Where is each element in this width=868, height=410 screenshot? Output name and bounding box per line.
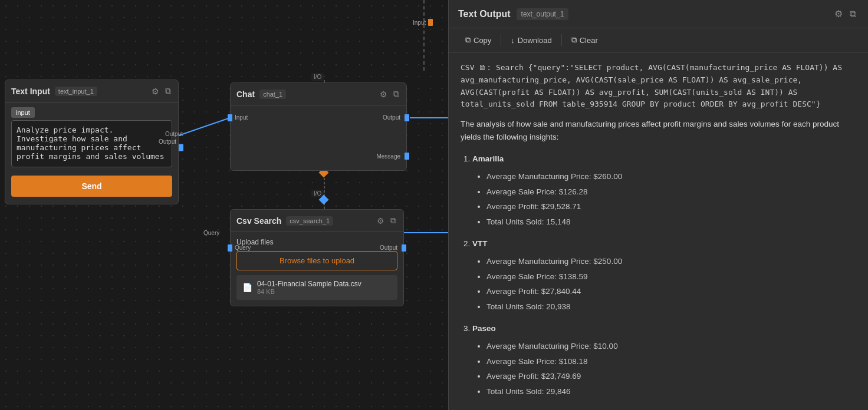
product-item-1: VTTAverage Manufacturing Price: $250.00A… <box>472 237 856 313</box>
text-input-output-port <box>179 144 183 151</box>
product-stat-2-2: Average Profit: $23,749.69 <box>486 370 856 383</box>
text-input-header: Text Input text_input_1 ⚙ ⧉ <box>5 80 178 102</box>
csv-title: Csv Search <box>236 216 281 226</box>
toolbar-sep-1 <box>501 34 501 46</box>
clear-button[interactable]: ⧉ Clear <box>564 33 605 47</box>
product-stat-1-3: Total Units Sold: 20,938 <box>486 300 856 313</box>
svg-line-0 <box>179 118 230 135</box>
dashed-line-top <box>423 0 425 71</box>
text-input-copy-btn[interactable]: ⧉ <box>164 85 172 97</box>
text-input-gear-btn[interactable]: ⚙ <box>150 85 160 97</box>
chat-input-port-rect <box>228 114 232 121</box>
csv-search-line: CSV 🗎: Search {"query":"SELECT product, … <box>461 62 856 111</box>
output-panel: Text Output text_output_1 ⚙ ⧉ ⧉ Copy ↓ D… <box>448 0 868 410</box>
csv-gear-btn[interactable]: ⚙ <box>376 214 386 227</box>
csv-output-port <box>402 244 406 252</box>
copy-button[interactable]: ⧉ Copy <box>458 33 498 47</box>
product-name-0: Amarilla <box>472 153 856 166</box>
csv-upload-title: Upload files <box>236 238 397 246</box>
chat-gear-btn[interactable]: ⚙ <box>379 88 389 100</box>
product-name-2: Paseo <box>472 322 856 335</box>
io-label-chat-top: I/O <box>311 73 324 81</box>
product-stats-0: Average Manufacturing Price: $260.00Aver… <box>472 170 856 228</box>
text-input-node: Text Input text_input_1 ⚙ ⧉ input Analyz… <box>5 80 179 204</box>
chat-id-badge: chat_1 <box>259 90 286 99</box>
chat-input-label: Input <box>235 114 248 121</box>
analysis-intro: The analysis of how sale and manufacturi… <box>461 118 856 143</box>
csv-output-port-rect <box>402 244 406 252</box>
product-item-2: PaseoAverage Manufacturing Price: $10.00… <box>472 322 856 398</box>
csv-query-port <box>228 244 232 252</box>
product-stat-2-0: Average Manufacturing Price: $10.00 <box>486 340 856 353</box>
product-stat-0-1: Average Sale Price: $126.28 <box>486 186 856 199</box>
browse-files-button[interactable]: Browse files to upload <box>236 251 397 270</box>
chat-output-port <box>405 114 409 121</box>
product-stat-1-1: Average Sale Price: $138.59 <box>486 270 856 283</box>
text-input-id-badge: text_input_1 <box>55 87 97 96</box>
product-stat-2-3: Total Units Sold: 29,846 <box>486 385 856 398</box>
text-input-port-output-label: Output <box>165 131 183 137</box>
chat-node: Chat chat_1 ⚙ ⧉ Input Output Message <box>230 82 407 171</box>
clear-label: Clear <box>580 36 598 45</box>
chat-message-label: Message <box>376 153 400 160</box>
file-name: 04-01-Financial Sample Data.csv <box>257 280 392 288</box>
product-stat-1-0: Average Manufacturing Price: $250.00 <box>486 255 856 268</box>
text-input-label: input <box>11 107 35 118</box>
wire-layer <box>0 0 448 410</box>
product-stat-1-2: Average Profit: $27,840.44 <box>486 285 856 298</box>
csv-copy-btn[interactable]: ⧉ <box>389 214 397 227</box>
output-gear-btn[interactable]: ⚙ <box>832 6 845 22</box>
output-input-port <box>428 19 433 26</box>
product-stat-0-3: Total Units Sold: 15,148 <box>486 216 856 229</box>
output-panel-id-badge: text_output_1 <box>517 8 569 20</box>
chat-message-port <box>405 153 409 160</box>
chat-output-label: Output <box>383 114 400 121</box>
product-name-1: VTT <box>472 237 856 250</box>
csv-id-badge: csv_search_1 <box>286 216 333 226</box>
text-input-textarea[interactable]: Analyze price impact. Investigate how sa… <box>11 120 172 167</box>
clear-icon: ⧉ <box>571 35 577 45</box>
product-item-0: AmarillaAverage Manufacturing Price: $26… <box>472 153 856 228</box>
csv-header: Csv Search csv_search_1 ⚙ ⧉ <box>231 210 403 232</box>
chat-output-port-rect <box>405 114 409 121</box>
csv-search-node: Csv Search csv_search_1 ⚙ ⧉ Query Output… <box>230 209 404 306</box>
output-panel-header: Text Output text_output_1 ⚙ ⧉ <box>449 0 868 28</box>
chat-input-port <box>228 114 232 121</box>
output-toolbar: ⧉ Copy ↓ Download ⧉ Clear <box>449 28 868 52</box>
output-panel-title: Text Output <box>458 9 511 19</box>
products-list: AmarillaAverage Manufacturing Price: $26… <box>461 153 856 398</box>
chat-message-port-rect <box>405 153 409 160</box>
download-button[interactable]: ↓ Download <box>504 33 558 47</box>
product-stats-2: Average Manufacturing Price: $10.00Avera… <box>472 340 856 398</box>
chat-title: Chat <box>236 90 255 99</box>
text-input-output-label: Output <box>159 138 176 145</box>
csv-upload-section: Upload files Browse files to upload 📄 04… <box>231 232 403 306</box>
csv-file-item: 📄 04-01-Financial Sample Data.csv 84 KB <box>236 275 397 300</box>
product-stat-0-2: Average Profit: $29,528.71 <box>486 200 856 213</box>
copy-label: Copy <box>474 36 491 45</box>
chat-header: Chat chat_1 ⚙ ⧉ <box>231 83 406 105</box>
output-header-copy-btn[interactable]: ⧉ <box>847 6 859 22</box>
download-icon: ↓ <box>511 36 515 45</box>
file-info: 04-01-Financial Sample Data.csv 84 KB <box>257 280 392 295</box>
file-icon: 📄 <box>242 283 252 292</box>
product-stat-0-0: Average Manufacturing Price: $260.00 <box>486 170 856 183</box>
csv-output-label: Output <box>380 244 397 251</box>
csv-query-label: Query <box>235 244 251 251</box>
csv-query-outer-label: Query <box>203 230 219 236</box>
workflow-canvas: I/O I/O I/O Text Input text_input_1 ⚙ ⧉ … <box>0 0 448 410</box>
toolbar-sep-2 <box>561 34 562 46</box>
product-stats-1: Average Manufacturing Price: $250.00Aver… <box>472 255 856 313</box>
download-label: Download <box>518 36 552 45</box>
product-stat-2-1: Average Sale Price: $108.18 <box>486 355 856 368</box>
file-size: 84 KB <box>257 288 392 295</box>
copy-icon: ⧉ <box>465 35 471 45</box>
send-button[interactable]: Send <box>11 176 172 197</box>
output-content: CSV 🗎: Search {"query":"SELECT product, … <box>449 52 868 410</box>
text-input-title: Text Input <box>11 87 50 96</box>
csv-query-port-rect <box>228 244 232 252</box>
chat-copy-btn[interactable]: ⧉ <box>392 88 400 100</box>
